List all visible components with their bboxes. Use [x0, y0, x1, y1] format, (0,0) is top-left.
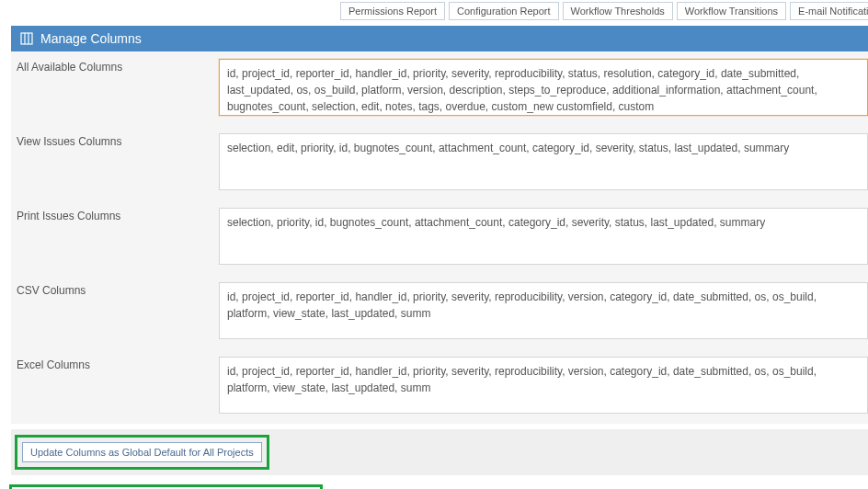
- tab-workflow-transitions[interactable]: Workflow Transitions: [677, 2, 786, 20]
- input-all-available[interactable]: [219, 59, 868, 116]
- update-columns-global-button[interactable]: Update Columns as Global Default for All…: [22, 442, 262, 462]
- tab-email-notifications[interactable]: E-mail Notifications: [790, 2, 868, 20]
- label-view-issues: View Issues Columns: [17, 133, 210, 148]
- tab-configuration-report[interactable]: Configuration Report: [449, 2, 559, 20]
- columns-icon: [20, 32, 33, 45]
- config-tabs: Permissions Report Configuration Report …: [0, 0, 868, 26]
- tab-workflow-thresholds[interactable]: Workflow Thresholds: [563, 2, 673, 20]
- input-csv[interactable]: [219, 282, 868, 339]
- update-action-bar: Update Columns as Global Default for All…: [11, 429, 868, 475]
- row-excel: Excel Columns: [11, 349, 868, 424]
- panel-header: Manage Columns: [11, 26, 868, 51]
- svg-rect-0: [21, 33, 32, 44]
- label-print-issues: Print Issues Columns: [17, 208, 210, 222]
- label-excel: Excel Columns: [17, 357, 210, 371]
- row-all-available: All Available Columns: [11, 51, 868, 126]
- tab-permissions-report[interactable]: Permissions Report: [340, 2, 445, 20]
- row-csv: CSV Columns: [11, 275, 868, 349]
- input-excel[interactable]: [219, 357, 868, 414]
- label-all-available: All Available Columns: [17, 59, 210, 74]
- row-print-issues: Print Issues Columns: [11, 200, 868, 275]
- columns-form: All Available Columns View Issues Column…: [11, 51, 868, 424]
- input-view-issues[interactable]: [219, 133, 868, 190]
- input-print-issues[interactable]: [219, 208, 868, 265]
- panel-title: Manage Columns: [40, 31, 142, 46]
- label-csv: CSV Columns: [17, 282, 210, 297]
- row-view-issues: View Issues Columns: [11, 126, 868, 200]
